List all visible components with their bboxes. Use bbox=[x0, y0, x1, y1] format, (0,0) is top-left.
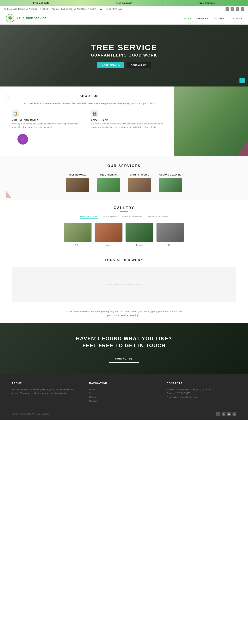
about-right bbox=[174, 86, 248, 156]
gallery-item-3[interactable]: Before bbox=[125, 223, 153, 247]
hero-subtitle: GUARANTEEING GOOD WORK bbox=[91, 53, 157, 58]
facebook-icon[interactable]: f bbox=[225, 7, 229, 11]
gallery-underline bbox=[120, 211, 128, 212]
service-tree-removal-label: TREE REMOVAL bbox=[64, 174, 91, 176]
footer-top: ABOUT Julio tree Service is a company wi… bbox=[12, 382, 236, 403]
purple-orb-decoration bbox=[18, 134, 28, 144]
more-details-button[interactable]: MORE DETAILS bbox=[97, 62, 124, 68]
footer-contacts-heading: CONTACTS bbox=[167, 382, 236, 385]
address-value: Address: 2025 Skylark Dr, Arlington, TX … bbox=[52, 8, 96, 10]
youtube-icon[interactable]: ▶ bbox=[241, 7, 244, 11]
service-stump-grinding[interactable]: STUMP GRINDING bbox=[126, 174, 153, 192]
service-tree-removal[interactable]: TREE REMOVAL bbox=[64, 174, 91, 192]
nav-home[interactable]: HOME bbox=[184, 17, 191, 20]
footer-nav-services[interactable]: Services bbox=[89, 392, 159, 395]
expert-team-title: EXPERT TEAM bbox=[91, 118, 167, 121]
work-title: LOOK AT OUR WORK bbox=[12, 258, 236, 262]
services-title: OUR SERVICES bbox=[12, 164, 236, 168]
cta-title: HAVEN'T FOUND WHAT YOU LIKE? FEEL FREE T… bbox=[12, 335, 236, 349]
gallery-img-4 bbox=[156, 223, 184, 242]
gallery-img-2 bbox=[95, 223, 123, 242]
feature-responsibility: 📋 OUR RESPONSIBILITY We carry out an ade… bbox=[12, 110, 87, 134]
navbar: 🌳 JULIO TREE SERVICE HOME SERVICES GALLE… bbox=[0, 12, 248, 24]
nav-services[interactable]: SERVICES bbox=[196, 17, 208, 20]
about-left: ABOUT US Julio tree Service is a company… bbox=[0, 86, 174, 156]
hero-arrow[interactable]: › bbox=[239, 78, 245, 84]
expert-team-text: We have a team of professionals who work… bbox=[91, 122, 167, 129]
footer-bottom: Julio tree service 2016. All Rights Rese… bbox=[12, 409, 236, 416]
service-stump-grinding-img bbox=[128, 178, 151, 192]
gallery-label-1: Before bbox=[75, 244, 81, 246]
gallery-section: GALLERY TREE REMOVAL TREE PRUNING STUMP … bbox=[0, 200, 248, 252]
service-tree-pruning[interactable]: TREE PRUNING bbox=[95, 174, 122, 192]
phone-value: +1 817 637-5599 bbox=[106, 8, 122, 10]
feature-expert-team: 👥 EXPERT TEAM We have a team of professi… bbox=[91, 110, 167, 134]
footer-nav-contacts[interactable]: Contacts bbox=[89, 399, 159, 403]
gallery-tab-tree-pruning[interactable]: TREE PRUNING bbox=[102, 216, 119, 219]
cta-line2: FEEL FREE TO GET IN TOUCH bbox=[83, 342, 166, 348]
about-section: ABOUT US Julio tree Service is a company… bbox=[0, 86, 248, 156]
hero-section: TREE SERVICE GUARANTEEING GOOD WORK MORE… bbox=[0, 24, 248, 86]
contact-us-hero-button[interactable]: CONTACT US bbox=[127, 62, 151, 68]
footer-nav-gallery[interactable]: Gallery bbox=[89, 395, 159, 399]
logo[interactable]: 🌳 JULIO TREE SERVICE bbox=[6, 14, 46, 22]
footer-contacts-col: CONTACTS Address: 2025 Skylark Dr, Arlin… bbox=[167, 382, 236, 403]
footer-nav-col: NAVIGATION Home Services Gallery Contact… bbox=[89, 382, 159, 403]
instagram-icon[interactable]: in bbox=[235, 7, 239, 11]
gallery-item-1[interactable]: Before bbox=[64, 223, 92, 247]
logo-text: JULIO TREE SERVICE bbox=[16, 17, 46, 20]
info-bar: Address: 2025 Skylark Dr, Arlington, TX … bbox=[0, 6, 248, 12]
nav-contacts[interactable]: CONTACTS bbox=[229, 17, 242, 20]
banner-item-2: Free estimate bbox=[83, 0, 165, 6]
address-text: Address: 2025 Skylark Dr, Arlington, TX … bbox=[4, 8, 48, 10]
about-title: ABOUT US bbox=[12, 94, 167, 98]
cta-line1: HAVEN'T FOUND WHAT YOU LIKE? bbox=[76, 336, 172, 341]
service-ground-cleaning[interactable]: GROUND CLEANING bbox=[157, 174, 184, 192]
tagline-section: In julio tree service we guarantee you a… bbox=[0, 304, 248, 323]
gallery-label-2: After bbox=[106, 244, 111, 246]
gallery-img-3 bbox=[125, 223, 153, 242]
social-icons: f t in ▶ bbox=[225, 7, 244, 11]
gallery-tab-tree-removal[interactable]: TREE REMOVAL bbox=[80, 216, 98, 219]
banner-item-1: Free estimate bbox=[0, 0, 83, 6]
hero-content: TREE SERVICE GUARANTEEING GOOD WORK MORE… bbox=[91, 43, 157, 68]
red-triangle-decoration bbox=[6, 190, 12, 198]
hero-buttons: MORE DETAILS CONTACT US bbox=[91, 62, 157, 68]
footer-twitter-icon[interactable]: t bbox=[222, 412, 225, 416]
about-features: 📋 OUR RESPONSIBILITY We carry out an ade… bbox=[12, 110, 167, 134]
footer-about-heading: ABOUT bbox=[12, 382, 81, 385]
footer-contacts-email: Email: julioarestruck@gmail.com bbox=[167, 395, 236, 399]
service-tree-removal-img bbox=[66, 178, 89, 192]
service-ground-cleaning-img bbox=[159, 178, 182, 192]
nav-gallery[interactable]: GALLERY bbox=[213, 17, 224, 20]
gallery-tab-stump-grinding[interactable]: STUMP GRINDING bbox=[122, 216, 142, 219]
cta-contact-button[interactable]: CONTACT US bbox=[109, 355, 139, 363]
footer-about-col: ABOUT Julio tree Service is a company wi… bbox=[12, 382, 81, 403]
twitter-icon[interactable]: t bbox=[230, 7, 234, 11]
footer-instagram-icon[interactable]: in bbox=[227, 412, 231, 416]
services-grid: TREE REMOVAL TREE PRUNING STUMP GRINDING… bbox=[12, 174, 236, 192]
expert-team-icon: 👥 bbox=[91, 110, 98, 117]
responsibility-title: OUR RESPONSIBILITY bbox=[12, 118, 87, 121]
pink-triangle-decoration bbox=[236, 141, 248, 156]
banner-item-3: Free estimate bbox=[165, 0, 248, 6]
footer-contacts-address: Address: 2025 Skylark Dr, Arlington, TX … bbox=[167, 388, 236, 392]
footer-copyright: Julio tree service 2016. All Rights Rese… bbox=[12, 413, 50, 415]
work-placeholder: Video / Work Gallery Placeholder bbox=[12, 267, 236, 302]
gallery-tab-ground-cleaning[interactable]: GROUND CLEANING bbox=[146, 216, 168, 219]
nav-links: HOME SERVICES GALLERY CONTACTS bbox=[184, 16, 242, 20]
work-placeholder-text: Video / Work Gallery Placeholder bbox=[105, 283, 142, 286]
footer-youtube-icon[interactable]: ▶ bbox=[232, 412, 236, 416]
service-tree-pruning-label: TREE PRUNING bbox=[95, 174, 122, 176]
about-description: Julio tree Service is a company with 15 … bbox=[12, 102, 167, 106]
footer-facebook-icon[interactable]: f bbox=[216, 412, 220, 416]
footer: ABOUT Julio tree Service is a company wi… bbox=[0, 374, 248, 420]
hero-title: TREE SERVICE bbox=[91, 43, 157, 52]
gallery-item-4[interactable]: After bbox=[156, 223, 184, 247]
footer-contacts-phone: Phone: +1 817 637-5599 bbox=[167, 392, 236, 395]
responsibility-text: We carry out an adequate evaluation acco… bbox=[12, 122, 87, 129]
gallery-title: GALLERY bbox=[12, 206, 236, 210]
gallery-item-2[interactable]: After bbox=[95, 223, 123, 247]
gallery-label-4: After bbox=[168, 244, 173, 246]
footer-nav-home[interactable]: Home bbox=[89, 388, 159, 392]
